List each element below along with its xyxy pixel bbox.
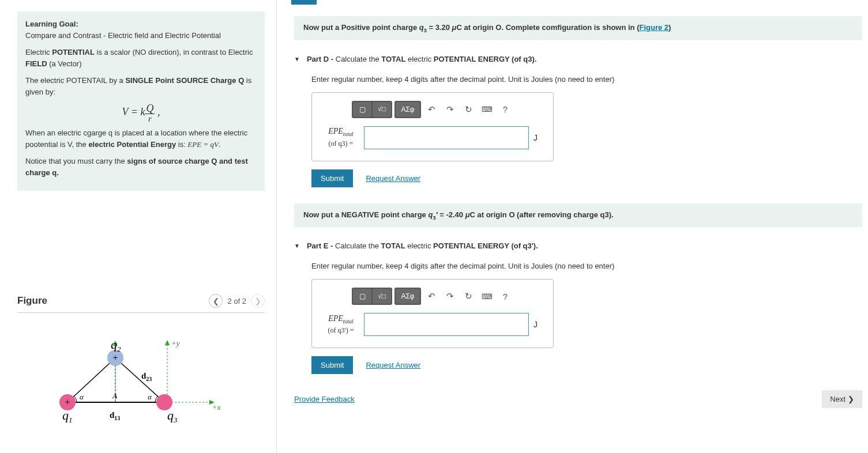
undo-button[interactable]: ↶ (423, 102, 439, 117)
part-d-variable-label: EPEtotal (of q3) = (322, 126, 359, 149)
lg-subtitle: Compare and Contrast - Electric field an… (25, 31, 221, 40)
greek-button[interactable]: ΑΣφ (396, 102, 420, 117)
reset-button[interactable]: ↻ (460, 289, 476, 304)
svg-text:q3: q3 (167, 408, 178, 424)
reset-button[interactable]: ↻ (460, 102, 476, 117)
part-d-answer-input[interactable] (364, 126, 529, 149)
greek-group: ΑΣφ (394, 101, 421, 118)
redo-button[interactable]: ↷ (442, 102, 458, 117)
sqrt-button[interactable]: √□ (373, 102, 391, 117)
figure-title: Figure (17, 295, 47, 307)
greek-button[interactable]: ΑΣφ (396, 289, 420, 304)
part-e-instruction: Enter regular number, keep 4 digits afte… (311, 262, 862, 270)
svg-text:d13: d13 (110, 410, 120, 421)
setup-d-info: Now put a Positive point charge q3 = 3.2… (294, 16, 862, 40)
sqrt-button[interactable]: √□ (373, 289, 391, 304)
help-button[interactable]: ? (497, 102, 513, 117)
undo-button[interactable]: ↶ (423, 289, 439, 304)
svg-text:q1: q1 (62, 408, 73, 424)
formula-v: V = kQr , (25, 103, 257, 123)
part-d-submit-button[interactable]: Submit (311, 169, 353, 187)
top-tab-fragment (291, 0, 317, 5)
figure-diagram: +y +x + + q1 q2 (17, 324, 265, 441)
part-e-request-answer-link[interactable]: Request Answer (366, 361, 420, 369)
lg-p5: Notice that you must carry the signs of … (25, 156, 257, 178)
redo-button[interactable]: ↷ (442, 289, 458, 304)
svg-text:+: + (65, 397, 70, 407)
svg-text:α: α (148, 392, 152, 401)
lg-p4: When an electric cgarge q is placed at a… (25, 127, 257, 150)
figure-2-link[interactable]: Figure 2 (639, 23, 668, 32)
lg-p3: The electric POTENTAIL by a SINGLE Point… (25, 75, 257, 97)
svg-text:+: + (112, 353, 118, 363)
template-button[interactable]: ▢ (353, 289, 371, 304)
part-e-submit-button[interactable]: Submit (311, 356, 353, 374)
template-button[interactable]: ▢ (353, 102, 371, 117)
part-e-answer-box: ▢ √□ ΑΣφ ↶ ↷ ↻ ⌨ ? EPEtotal (of q3') = (311, 279, 554, 348)
part-e-variable-label: EPEtotal (of q3') = (322, 314, 359, 336)
svg-text:α: α (80, 392, 84, 401)
figure-pager: ❮ 2 of 2 ❯ (209, 294, 265, 308)
figure-prev-button[interactable]: ❮ (209, 294, 223, 308)
figure-page-info: 2 of 2 (227, 297, 246, 305)
provide-feedback-link[interactable]: Provide Feedback (294, 395, 355, 403)
next-button[interactable]: Next ❯ (822, 390, 862, 408)
keyboard-button[interactable]: ⌨ (479, 289, 495, 304)
collapse-icon: ▼ (294, 56, 300, 62)
svg-text:A: A (112, 391, 118, 400)
svg-text:+y: +y (171, 339, 180, 348)
svg-text:d23: d23 (141, 371, 152, 382)
format-group: ▢ √□ (352, 101, 392, 118)
svg-text:+x: +x (212, 403, 221, 412)
part-d-unit: J (533, 133, 543, 142)
svg-text:q2: q2 (111, 337, 121, 353)
help-button[interactable]: ? (497, 289, 513, 304)
chevron-right-icon: ❯ (848, 395, 854, 403)
part-d-request-answer-link[interactable]: Request Answer (366, 174, 420, 183)
learning-goal-box: Learning Goal: Compare and Contrast - El… (17, 12, 265, 191)
part-d-header[interactable]: ▼ Part D - Calculate the TOTAL electric … (294, 55, 862, 63)
format-group: ▢ √□ (352, 288, 392, 305)
svg-marker-5 (165, 340, 170, 345)
lg-p2: Electric POTENTIAL is a scalor (NO direc… (25, 47, 257, 69)
part-e-answer-input[interactable] (364, 313, 529, 336)
collapse-icon: ▼ (294, 243, 300, 249)
setup-e-info: Now put a NEGATIVE point charge q3′ = -2… (294, 203, 862, 228)
keyboard-button[interactable]: ⌨ (479, 102, 495, 117)
part-e-header[interactable]: ▼ Part E - Calculate the TOTAL electric … (294, 241, 862, 250)
part-d-instruction: Enter regular number, keep 4 digits afte… (311, 75, 862, 84)
greek-group: ΑΣφ (394, 288, 421, 305)
lg-title: Learning Goal: (25, 20, 78, 28)
part-e-unit: J (533, 320, 543, 329)
part-d-answer-box: ▢ √□ ΑΣφ ↶ ↷ ↻ ⌨ ? EPEtotal (of q3) = (311, 92, 554, 161)
figure-next-button[interactable]: ❯ (251, 294, 265, 308)
